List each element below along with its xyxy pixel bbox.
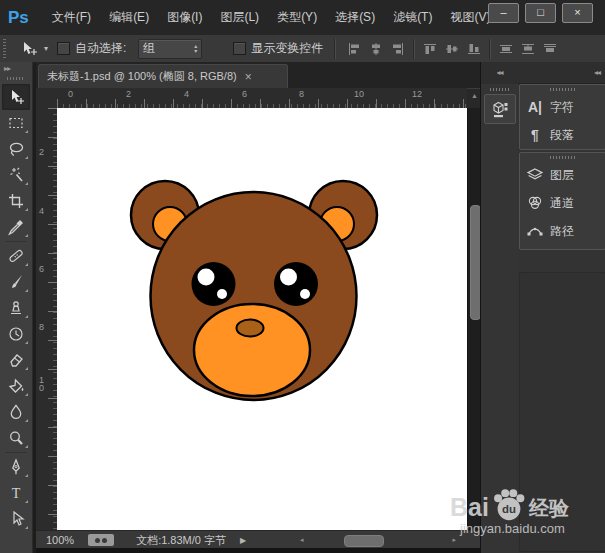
minimize-button[interactable]: – [488, 3, 519, 23]
ruler-label: 8 [39, 323, 47, 331]
panel-button-character[interactable]: A| 字符 [520, 93, 605, 121]
strip-grip[interactable] [490, 88, 510, 91]
move-icon [7, 88, 25, 106]
show-transform-checkbox[interactable] [233, 42, 246, 55]
vertical-scrollbar[interactable]: ▲ [467, 108, 481, 530]
magic-wand-tool[interactable] [2, 162, 30, 188]
bear-eye-right [274, 262, 318, 306]
menu-layer[interactable]: 图层(L) [211, 0, 268, 35]
paint-bucket-tool[interactable] [2, 373, 30, 399]
bear-artwork [57, 108, 467, 530]
menu-type[interactable]: 类型(Y) [268, 0, 326, 35]
ruler-label: 10 [39, 376, 47, 392]
crop-tool[interactable] [2, 188, 30, 214]
pen-icon [7, 458, 25, 476]
panel-button-paragraph[interactable]: ¶ 段落 [520, 121, 605, 149]
distribute-right-edges-button[interactable] [540, 39, 560, 59]
blur-tool[interactable] [2, 399, 30, 425]
menu-file[interactable]: 文件(F) [43, 0, 100, 35]
distribute-left-edges-button[interactable] [496, 39, 516, 59]
panel-group-text: A| 字符 ¶ 段落 [519, 84, 605, 150]
strip-collapse-icon[interactable]: ◂◂ [481, 62, 518, 85]
path-selection-tool[interactable] [2, 506, 30, 532]
eye-highlight [300, 289, 310, 299]
ruler-label: 2 [126, 89, 131, 99]
panel-button-paths[interactable]: 路径 [520, 217, 605, 245]
show-transform-label: 显示变换控件 [251, 40, 323, 57]
rectangular-marquee-tool[interactable] [2, 110, 30, 136]
history-brush-tool[interactable] [2, 321, 30, 347]
align-top-edges-button[interactable] [420, 39, 440, 59]
document-tab[interactable]: 未标题-1.psd @ 100% (椭圆 8, RGB/8) × [38, 64, 288, 88]
path-selection-icon [7, 510, 25, 528]
marquee-icon [7, 114, 25, 132]
menu-image[interactable]: 图像(I) [158, 0, 211, 35]
tool-preset-dropdown-icon[interactable]: ▾ [44, 44, 48, 53]
options-separator [413, 39, 415, 59]
move-tool-preset-icon[interactable] [20, 41, 40, 57]
menu-filter[interactable]: 滤镜(T) [384, 0, 441, 35]
panel-buttons-dock: A| 字符 ¶ 段落 图层 [518, 84, 605, 553]
distribute-horizontal-centers-button[interactable] [518, 39, 538, 59]
tab-close-icon[interactable]: × [245, 70, 252, 84]
watermark-bai-text: Bai [450, 494, 489, 520]
options-bar: ▾ 自动选择: 组 ▴▾ 显示变换控件 [0, 35, 605, 63]
spot-healing-brush-tool[interactable] [2, 243, 30, 269]
align-vertical-centers-button[interactable] [442, 39, 462, 59]
pen-tool[interactable] [2, 454, 30, 480]
close-button[interactable]: × [562, 3, 593, 23]
maximize-button[interactable]: □ [525, 3, 556, 23]
dock-collapse-icon[interactable]: ◂◂ [518, 62, 605, 84]
menu-select[interactable]: 选择(S) [326, 0, 384, 35]
horizontal-ruler: 0 2 4 6 8 10 12 [57, 88, 467, 109]
eraser-tool[interactable] [2, 347, 30, 373]
type-icon: T [7, 484, 25, 502]
move-tool[interactable] [2, 84, 30, 110]
toolbar-expand-icon[interactable]: ▸▸ [0, 62, 32, 75]
type-tool[interactable]: T [2, 480, 30, 506]
3d-panel-button[interactable] [484, 94, 516, 124]
group-grip[interactable] [550, 156, 576, 159]
vertical-ruler: 2 4 6 8 10 [36, 108, 58, 530]
photoshop-window: Ps 文件(F) 编辑(E) 图像(I) 图层(L) 类型(Y) 选择(S) 滤… [0, 0, 605, 553]
auto-select-dropdown[interactable]: 组 ▴▾ [138, 39, 202, 59]
status-flyout-icon[interactable]: ▶ [240, 536, 246, 545]
dodge-tool[interactable] [2, 425, 30, 451]
clone-stamp-tool[interactable] [2, 295, 30, 321]
scroll-up-icon[interactable]: ▲ [471, 92, 478, 99]
ruler-origin-box[interactable] [36, 88, 58, 109]
zoom-level-field[interactable]: 100% [46, 534, 74, 546]
group-grip[interactable] [550, 88, 576, 91]
clone-stamp-icon [7, 299, 25, 317]
crop-icon [7, 192, 25, 210]
align-horizontal-centers-button[interactable] [366, 39, 386, 59]
watermark-brand-text: 经验 [529, 496, 569, 520]
align-bottom-edges-button[interactable] [464, 39, 484, 59]
panel-button-channels[interactable]: 通道 [520, 189, 605, 217]
window-controls: – □ × [488, 3, 593, 23]
panel-button-layers[interactable]: 图层 [520, 161, 605, 189]
status-bar: 100% 文档:1.83M/0 字节 ▶ ◂ ▸ [36, 530, 480, 549]
layers-panel-icon [520, 166, 550, 184]
horizontal-scrollbar[interactable]: ◂ ▸ [300, 533, 460, 547]
lasso-tool[interactable] [2, 136, 30, 162]
auto-select-checkbox[interactable] [57, 42, 70, 55]
eyedropper-tool[interactable] [2, 214, 30, 240]
menu-edit[interactable]: 编辑(E) [100, 0, 158, 35]
scroll-left-icon[interactable]: ◂ [300, 536, 304, 544]
options-grip[interactable] [3, 39, 6, 59]
panel-label: 图层 [550, 167, 574, 184]
magic-wand-icon [7, 166, 25, 184]
toolbar-grip[interactable] [7, 77, 25, 80]
baidu-watermark: Bai du 经验 jingyan.baidu.com [450, 486, 605, 548]
align-left-edges-button[interactable] [344, 39, 364, 59]
options-separator [334, 39, 336, 59]
horizontal-scrollbar-thumb[interactable] [344, 535, 384, 547]
brush-tool[interactable] [2, 269, 30, 295]
blur-icon [7, 403, 25, 421]
canvas[interactable] [57, 108, 467, 530]
ruler-label: 6 [242, 89, 247, 99]
ruler-label: 6 [39, 265, 47, 273]
bear-eye-left [192, 262, 236, 306]
align-right-edges-button[interactable] [388, 39, 408, 59]
